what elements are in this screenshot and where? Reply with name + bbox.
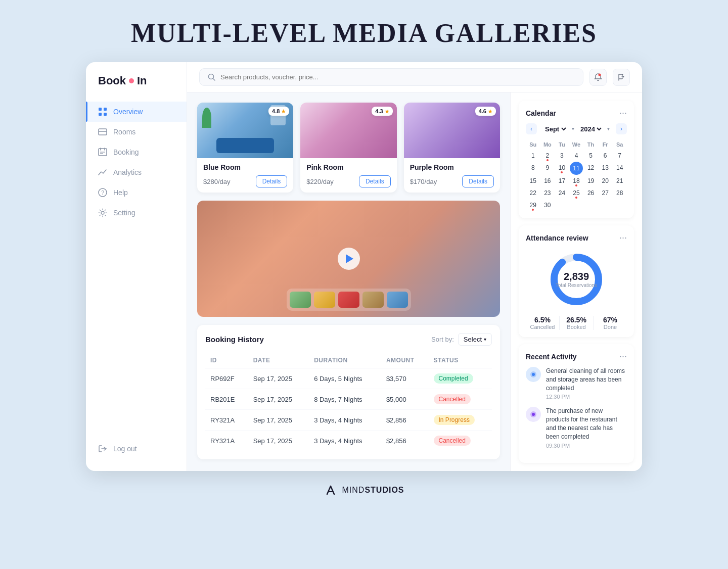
cal-day-wrap[interactable]: 26 [583, 187, 598, 199]
cell-status: Completed [429, 368, 492, 389]
cal-day-wrap[interactable]: 4 [569, 150, 584, 162]
cal-day-wrap[interactable]: 2 [540, 150, 555, 162]
cal-day[interactable]: 8 [530, 162, 536, 174]
cal-day-wrap[interactable]: 12 [583, 162, 598, 175]
sidebar-item-logout[interactable]: Log out [86, 439, 187, 459]
cal-day-wrap[interactable]: 25 [569, 187, 584, 199]
cal-day-wrap[interactable]: 18 [569, 175, 584, 187]
svg-point-23 [532, 413, 535, 416]
thumbnail-1[interactable] [290, 292, 311, 308]
sidebar-item-overview[interactable]: Overview [86, 102, 187, 122]
cal-day-wrap[interactable]: 14 [612, 162, 627, 175]
cal-day-wrap[interactable]: 1 [526, 150, 540, 162]
star-icon-pink: ★ [385, 109, 389, 114]
cal-day[interactable]: 24 [558, 187, 566, 199]
calendar-menu-button[interactable]: ··· [619, 108, 627, 118]
donut-number: 2,839 [556, 271, 597, 282]
donut-wrapper: 2,839 Total Reservations [546, 249, 607, 310]
cal-day[interactable]: 12 [586, 162, 595, 174]
cal-day-wrap[interactable]: 20 [598, 175, 613, 187]
cal-day-wrap[interactable]: 5 [583, 150, 598, 162]
cal-day[interactable]: 9 [545, 162, 551, 174]
sidebar-item-rooms[interactable]: Rooms [86, 122, 187, 142]
details-button-pink[interactable]: Details [359, 175, 391, 187]
room-card-blue: 4.8 ★ Blue Room $280/day Details [197, 103, 293, 193]
cal-day[interactable]: 3 [559, 150, 565, 162]
thumbnail-5[interactable] [387, 292, 408, 308]
flag-button[interactable] [613, 69, 630, 86]
sidebar-item-help[interactable]: ? Help [86, 182, 187, 203]
sidebar-item-booking[interactable]: Booking [86, 142, 187, 162]
cal-day[interactable]: 13 [601, 162, 609, 174]
cal-day[interactable]: 30 [543, 199, 552, 211]
cal-day[interactable]: 10 [558, 162, 566, 174]
cal-day-wrap[interactable]: 21 [612, 175, 627, 187]
cal-day[interactable]: 15 [529, 175, 537, 187]
play-button[interactable] [338, 248, 360, 270]
details-button-blue[interactable]: Details [256, 175, 288, 187]
cal-day-wrap[interactable]: 30 [540, 199, 555, 211]
cal-day[interactable]: 23 [543, 187, 552, 199]
cal-day-wrap[interactable]: 15 [526, 175, 540, 187]
sidebar-item-analytics[interactable]: Analytics [86, 162, 187, 182]
thumbnail-4[interactable] [362, 292, 384, 308]
cal-day-wrap[interactable]: 17 [555, 175, 569, 187]
search-bar[interactable] [199, 68, 583, 86]
cal-day-wrap[interactable]: 11 [569, 162, 584, 175]
next-month-button[interactable]: › [616, 123, 627, 134]
details-button-purple[interactable]: Details [462, 175, 494, 187]
activity-menu-button[interactable]: ··· [619, 351, 627, 362]
year-select[interactable]: 2024 [578, 125, 603, 133]
cal-day[interactable]: 18 [572, 175, 580, 187]
prev-month-button[interactable]: ‹ [526, 123, 537, 134]
cal-day-wrap[interactable]: 28 [612, 187, 627, 199]
cal-day[interactable]: 16 [543, 175, 552, 187]
star-icon: ★ [281, 109, 286, 114]
cal-day-wrap[interactable]: 23 [540, 187, 555, 199]
cell-date: Sep 17, 2025 [248, 368, 309, 389]
month-select[interactable]: Sept [543, 125, 568, 133]
cal-day[interactable]: 27 [601, 187, 609, 199]
cal-day[interactable]: 5 [588, 150, 594, 162]
cal-day-wrap[interactable]: 13 [598, 162, 613, 175]
cal-day[interactable]: 22 [529, 187, 537, 199]
booking-table: ID DATE DURATION AMOUNT STATUS RP692F Se… [205, 353, 492, 451]
cal-day[interactable]: 17 [558, 175, 566, 187]
cal-day-wrap[interactable]: 8 [526, 162, 540, 175]
cal-day-wrap[interactable]: 19 [583, 175, 598, 187]
attendance-menu-button[interactable]: ··· [619, 232, 627, 243]
cell-duration: 6 Days, 5 Nights [309, 368, 381, 389]
cal-day[interactable]: 4 [574, 150, 579, 162]
cal-day[interactable]: 19 [586, 175, 595, 187]
cal-day[interactable]: 14 [615, 162, 624, 174]
mindstudios-icon [324, 483, 338, 497]
cal-day[interactable]: 2 [545, 150, 551, 162]
cal-day[interactable]: 20 [601, 175, 609, 187]
cal-day[interactable]: 26 [586, 187, 595, 199]
cal-day-wrap[interactable]: 16 [540, 175, 555, 187]
cal-day[interactable]: 11 [570, 162, 583, 175]
cal-day-wrap[interactable]: 27 [598, 187, 613, 199]
search-input[interactable] [220, 73, 575, 81]
cal-day-wrap[interactable]: 24 [555, 187, 569, 199]
cal-day-wrap[interactable]: 7 [612, 150, 627, 162]
cal-day-wrap[interactable]: 10 [555, 162, 569, 175]
cal-day-wrap[interactable]: 29 [526, 199, 540, 211]
thumbnail-3[interactable] [338, 292, 359, 308]
cal-day-wrap[interactable]: 3 [555, 150, 569, 162]
cal-day[interactable]: 28 [615, 187, 624, 199]
video-thumbnails [287, 289, 411, 311]
cal-day[interactable]: 21 [615, 175, 624, 187]
cal-day[interactable]: 25 [572, 187, 580, 199]
select-button[interactable]: Select ▾ [458, 333, 492, 346]
thumbnail-2[interactable] [314, 292, 335, 308]
cal-day-wrap[interactable]: 6 [598, 150, 613, 162]
notification-button[interactable] [589, 69, 607, 86]
cal-day[interactable]: 29 [529, 199, 537, 211]
cal-day-wrap[interactable]: 9 [540, 162, 555, 175]
cal-day-wrap[interactable]: 22 [526, 187, 540, 199]
cal-day[interactable]: 7 [617, 150, 622, 162]
sidebar-item-setting[interactable]: Setting [86, 203, 187, 223]
cal-day[interactable]: 6 [603, 150, 608, 162]
cal-day[interactable]: 1 [530, 150, 536, 162]
